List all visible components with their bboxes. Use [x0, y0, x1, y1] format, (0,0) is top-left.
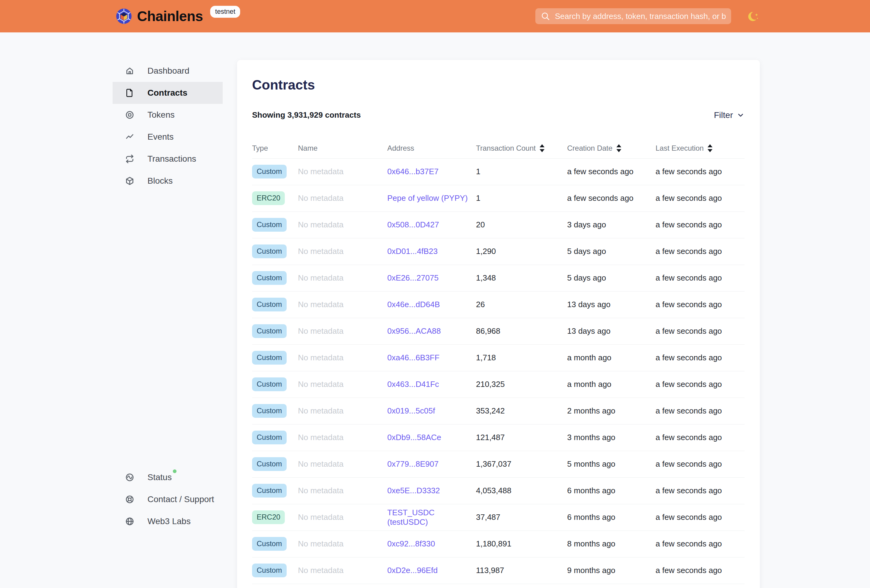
table-row: CustomNo metadata0x956...ACA8886,96813 d… — [252, 318, 745, 345]
type-badge: ERC20 — [252, 510, 285, 524]
address-link[interactable]: 0xD01...4fB23 — [387, 246, 438, 256]
sort-icon[interactable] — [707, 144, 713, 154]
address-link[interactable]: Pepe of yellow (PYPY) — [387, 193, 468, 203]
transaction-count-cell: 1 — [476, 193, 567, 203]
creation-date-cell: 5 days ago — [567, 273, 655, 283]
sort-icon[interactable] — [616, 144, 621, 154]
name-cell: No metadata — [298, 459, 387, 469]
name-cell: No metadata — [298, 273, 387, 283]
sidebar-item-blocks[interactable]: Blocks — [113, 170, 223, 192]
last-execution-cell: a few seconds ago — [655, 273, 745, 283]
globe-icon — [125, 517, 134, 526]
chevron-down-icon — [737, 111, 745, 119]
address-link[interactable]: TEST_USDC (testUSDC) — [387, 508, 435, 527]
filter-button[interactable]: Filter — [714, 110, 745, 120]
global-search[interactable] — [535, 8, 731, 24]
address-link[interactable]: 0xc92...8f330 — [387, 539, 435, 548]
creation-date-cell: 6 months ago — [567, 486, 655, 495]
address-link[interactable]: 0xa46...6B3FF — [387, 353, 439, 362]
table-row: ERC20No metadataPepe of yellow (PYPY)1a … — [252, 185, 745, 212]
table-row: CustomNo metadata0x019...5c05f353,2422 m… — [252, 398, 745, 425]
sidebar-footer: StatusContact / SupportWeb3 Labs — [113, 466, 223, 532]
transaction-count-cell: 1,718 — [476, 353, 567, 362]
address-link[interactable]: 0xE26...27075 — [387, 273, 439, 282]
address-link[interactable]: 0x019...5c05f — [387, 406, 435, 415]
transaction-count-cell: 86,968 — [476, 327, 567, 336]
column-header-last-execution[interactable]: Last Execution — [655, 144, 745, 158]
table-header-row: TypeNameAddressTransaction CountCreation… — [252, 137, 745, 159]
column-header-address: Address — [387, 144, 476, 158]
transaction-count-cell: 121,487 — [476, 433, 567, 442]
transaction-count-cell: 20 — [476, 220, 567, 230]
address-link[interactable]: 0x646...b37E7 — [387, 167, 439, 176]
creation-date-cell: a few seconds ago — [567, 193, 655, 203]
name-cell: No metadata — [298, 433, 387, 442]
column-header-creation-date[interactable]: Creation Date — [567, 144, 655, 158]
creation-date-cell: a month ago — [567, 353, 655, 362]
last-execution-cell: a few seconds ago — [655, 433, 745, 442]
contracts-count-summary: Showing 3,931,929 contracts — [252, 110, 361, 120]
address-link[interactable]: 0x508...0D427 — [387, 220, 439, 229]
type-badge: Custom — [252, 537, 287, 551]
creation-date-cell: a few seconds ago — [567, 167, 655, 176]
table-row: CustomNo metadata0x463...D41Fc210,325a m… — [252, 371, 745, 398]
cube-icon — [125, 177, 134, 185]
address-link[interactable]: 0xD2e...96Efd — [387, 566, 438, 575]
brand[interactable]: Chainlens testnet — [116, 0, 240, 33]
sidebar-item-tokens[interactable]: Tokens — [113, 104, 223, 126]
search-input[interactable] — [555, 12, 725, 21]
creation-date-cell: 3 days ago — [567, 220, 655, 230]
name-cell: No metadata — [298, 539, 387, 549]
address-link[interactable]: 0x463...D41Fc — [387, 380, 439, 389]
creation-date-cell: 9 months ago — [567, 566, 655, 575]
table-row: CustomNo metadata0xc92...8f3301,180,8918… — [252, 531, 745, 557]
transaction-count-cell: 4,053,488 — [476, 486, 567, 495]
type-badge: Custom — [252, 245, 287, 258]
table-row: CustomNo metadata0xD01...4fB231,2905 day… — [252, 238, 745, 265]
table-row: CustomNo metadata0xe5E...D33324,053,4886… — [252, 478, 745, 504]
sort-icon[interactable] — [539, 144, 545, 154]
last-execution-cell: a few seconds ago — [655, 512, 745, 522]
type-badge: Custom — [252, 431, 287, 444]
moon-icon[interactable] — [746, 9, 760, 23]
sidebar-item-web3-labs[interactable]: Web3 Labs — [113, 510, 223, 532]
name-cell: No metadata — [298, 246, 387, 256]
address-link[interactable]: 0x779...8E907 — [387, 459, 439, 469]
sidebar-item-contracts[interactable]: Contracts — [113, 82, 223, 104]
name-cell: No metadata — [298, 566, 387, 575]
sidebar-nav: DashboardContractsTokensEventsTransactio… — [113, 60, 223, 192]
table-row: CustomNo metadata0x779...8E9071,367,0375… — [252, 451, 745, 478]
type-badge: Custom — [252, 298, 287, 312]
sidebar-item-status[interactable]: Status — [113, 466, 223, 489]
transaction-count-cell: 1,348 — [476, 273, 567, 283]
transaction-count-cell: 113,987 — [476, 566, 567, 575]
contracts-table: TypeNameAddressTransaction CountCreation… — [252, 137, 745, 584]
transaction-count-cell: 1,180,891 — [476, 539, 567, 549]
transaction-count-cell: 210,325 — [476, 380, 567, 389]
type-badge: ERC20 — [252, 191, 285, 205]
name-cell: No metadata — [298, 167, 387, 176]
type-badge: Custom — [252, 484, 287, 497]
address-link[interactable]: 0xDb9...58ACe — [387, 433, 441, 442]
address-link[interactable]: 0x46e...dD64B — [387, 300, 440, 309]
address-link[interactable]: 0xe5E...D3332 — [387, 486, 440, 495]
document-icon — [125, 89, 134, 97]
last-execution-cell: a few seconds ago — [655, 167, 745, 176]
table-row: CustomNo metadata0x646...b37E71a few sec… — [252, 159, 745, 185]
repeat-icon — [125, 154, 134, 163]
token-icon — [125, 111, 134, 119]
top-header: Chainlens testnet — [0, 0, 870, 33]
creation-date-cell: 2 months ago — [567, 406, 655, 416]
sidebar-item-dashboard[interactable]: Dashboard — [113, 60, 223, 82]
address-link[interactable]: 0x956...ACA88 — [387, 327, 441, 336]
transaction-count-cell: 37,487 — [476, 512, 567, 522]
sidebar-item-contact-support[interactable]: Contact / Support — [113, 489, 223, 510]
home-icon — [125, 67, 134, 75]
sidebar-item-events[interactable]: Events — [113, 126, 223, 148]
sidebar-item-transactions[interactable]: Transactions — [113, 148, 223, 170]
last-execution-cell: a few seconds ago — [655, 300, 745, 309]
column-header-transaction-count[interactable]: Transaction Count — [476, 144, 567, 158]
page-title: Contracts — [252, 77, 745, 93]
type-badge: Custom — [252, 457, 287, 471]
table-row: CustomNo metadata0xDb9...58ACe121,4873 m… — [252, 425, 745, 451]
